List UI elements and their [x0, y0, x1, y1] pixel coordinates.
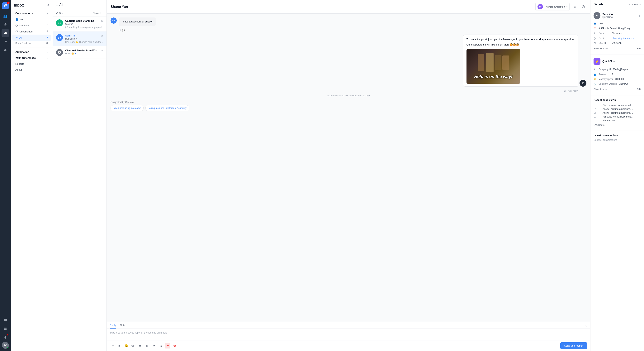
chat-header-right: ⋮ TC Thomas Creighton ▾ ☆ [527, 3, 586, 11]
bell-icon[interactable] [2, 333, 9, 341]
conv-avatar-gg: GG [56, 20, 63, 26]
company-id-icon [594, 68, 596, 71]
sidebar-title: Inbox [14, 3, 24, 8]
about-link[interactable]: About [11, 67, 53, 73]
conv-item-cs[interactable]: Charcoal Stroller from Wro... 1d Hello 👋 [53, 46, 106, 59]
contact-location-row: 📍 8:58PM in Central, Hong Kong [594, 26, 641, 31]
gear-icon[interactable]: ⚙ [46, 42, 48, 45]
reply-input-area[interactable]: Type # to add a saved reply or try sendi… [107, 329, 590, 340]
filter-dropdown-icon: ▾ [62, 12, 63, 15]
snooze-icon[interactable] [580, 4, 586, 10]
conv-item-sy[interactable]: SY Sam Yin 1d RapidDirect Hey Sam 👋 Thom… [53, 32, 106, 46]
edit-contact-btn[interactable]: Edit [637, 47, 641, 50]
mentions-icon: @ [15, 24, 18, 27]
more-attach-icon[interactable] [151, 343, 156, 348]
conv-item-gg[interactable]: GG Gabriele Gallo Stampino 1d Clayton | … [53, 17, 106, 32]
bookmark-icon[interactable] [117, 343, 122, 348]
website-icon: 🔗 [594, 83, 596, 86]
contact-card: SY Sam Yin QuickNow ⋮ 👤 User 📍 8:58PM in… [590, 9, 644, 55]
load-more-button[interactable]: Load more [594, 123, 641, 128]
attachment-icon[interactable] [144, 343, 150, 348]
page-view-item-2: 1d · Answer common questions.... [594, 111, 641, 115]
conversations-heading[interactable]: Conversations ▾ [14, 11, 50, 16]
edit-company-btn[interactable]: Edit [637, 88, 641, 91]
auto-reply-content: To contact support, just open the Messen… [463, 35, 586, 87]
gif-icon[interactable]: GIF [130, 343, 136, 348]
user-type-icon: 👤 [594, 23, 596, 25]
text-format-icon[interactable] [110, 343, 115, 348]
sidebar-header: Inbox [11, 3, 53, 11]
sidebar-item-mentions[interactable]: @ Mentions 0 [12, 23, 51, 29]
agent-selector[interactable]: TC Thomas Creighton ▾ [536, 3, 570, 11]
routing-nav-icon[interactable] [2, 21, 9, 29]
team-nav-icon[interactable]: 👥 [2, 12, 9, 20]
conv-info-sy: Sam Yin 1d RapidDirect Hey Sam 👋 Thomas … [65, 34, 104, 43]
chart-nav-icon[interactable] [2, 46, 9, 54]
conversation-list-panel: ≡ All ✓ 3 ▾ Newest ▾ GG Gabriele Gallo S… [53, 0, 107, 351]
reply-toolbar: 🙂 GIF Send and reopen [107, 340, 590, 351]
send-reopen-button[interactable]: Send and reopen [560, 342, 587, 349]
apps-icon[interactable] [158, 343, 164, 348]
unassigned-icon [15, 30, 18, 33]
tab-reply[interactable]: Reply [110, 324, 116, 328]
contact-more-icon[interactable]: ⋮ [638, 14, 641, 17]
sidebar-item-all[interactable]: All 3 [12, 35, 51, 41]
company-people-row: 👥 People 1 [594, 72, 641, 77]
show-hidden-link[interactable]: Show 8 hidden ⚙ [12, 41, 51, 46]
filter-count[interactable]: ✓ 3 ▾ [56, 12, 63, 15]
hamburger-icon[interactable]: ≡ [56, 3, 58, 7]
user-msg-meta: 1d 💬 [118, 29, 586, 32]
inbox-nav-icon[interactable] [2, 29, 9, 37]
suggested-section: Suggested by Operator Need help using In… [110, 99, 586, 114]
user-msg-avatar: SY [110, 18, 117, 24]
conv-preview-icon-gg: | [65, 26, 66, 29]
user-avatar[interactable]: TC [2, 342, 9, 349]
apps-grid-icon[interactable] [2, 325, 9, 332]
sort-selector[interactable]: Newest ▾ [93, 12, 104, 15]
sidebar-item-you[interactable]: 👤 You 0 [12, 17, 51, 23]
you-icon: 👤 [15, 18, 18, 21]
conv-panel-header: ≡ All [53, 0, 106, 10]
search-icon[interactable] [47, 4, 50, 7]
reports-link[interactable]: Reports [11, 61, 53, 67]
no-conversations-label: No other conversations [594, 139, 641, 141]
company-website-row: 🔗 Company website Unknown [594, 82, 641, 86]
help-icon[interactable]: ? [586, 324, 587, 328]
page-view-item-4: 1d · Introduction [594, 119, 641, 123]
reply-tabs: Reply Note ? [107, 322, 590, 329]
page-views-list: 1d · Give customers more detail... 1d · … [594, 103, 641, 123]
conv-panel-title: All [59, 3, 63, 7]
image-icon[interactable] [138, 343, 143, 348]
automation-heading[interactable]: Automation › [12, 49, 51, 55]
app-logo[interactable]: W 1 [2, 2, 9, 9]
emoji-icon[interactable]: 🙂 [124, 343, 129, 348]
show-more-company[interactable]: Show 7 more Edit [594, 86, 641, 92]
closed-banner: Academy closed this conversation 1d ago [110, 92, 586, 99]
all-icon [15, 36, 18, 39]
tab-note[interactable]: Note [120, 324, 125, 328]
page-view-item-0: 1d · Give customers more detail... [594, 103, 641, 107]
star-icon[interactable]: ☆ [572, 4, 578, 10]
chat-area: Shane Yan ⋮ TC Thomas Creighton ▾ ☆ SY I… [107, 0, 590, 351]
messages-container: SY I have a question for support 1d 💬 To… [107, 14, 590, 322]
sidebar-item-unassigned[interactable]: Unassigned 3 [12, 29, 51, 35]
conversations-section-header: Conversations ▾ [11, 11, 53, 16]
contact-userid-row: User id Unknown [594, 41, 641, 46]
nav-sidebar: Inbox Conversations ▾ 👤 You 0 @ Mentions… [11, 0, 53, 351]
suggested-btn-0[interactable]: Need help using Intercom? [110, 105, 144, 111]
details-panel: Details Customize SY Sam Yin QuickNow ⋮ … [590, 0, 644, 351]
chat-bubble-icon[interactable] [2, 316, 9, 324]
suggested-btn-1[interactable]: Taking a course in Intercom Academy [145, 105, 189, 111]
auto-reply-bubble: To contact support, just open the Messen… [463, 35, 578, 87]
flag-icon[interactable] [165, 343, 170, 348]
list-nav-icon[interactable] [2, 38, 9, 45]
show-more-contact[interactable]: Show 36 more Edit [594, 46, 641, 52]
online-status-dot [7, 347, 9, 349]
auto-reply-meta: 1d · Auto reply [110, 90, 578, 92]
contact-company: QuickNow [602, 16, 613, 19]
preferences-heading[interactable]: Your preferences › [12, 55, 51, 61]
customize-button[interactable]: Customize [629, 3, 641, 6]
more-options-icon[interactable]: ⋮ [527, 4, 533, 10]
alert-icon[interactable] [172, 343, 177, 348]
message-type-icon: 💬 [122, 29, 125, 32]
